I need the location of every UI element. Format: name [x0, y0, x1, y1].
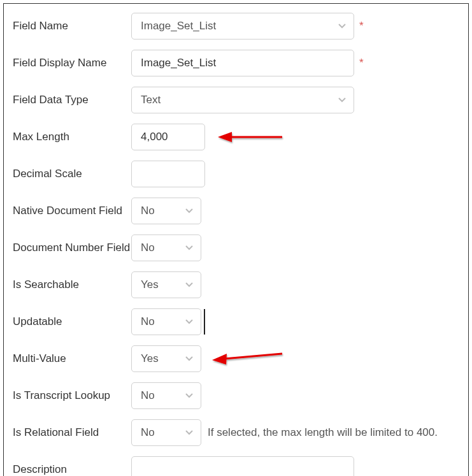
max-length-input[interactable]	[131, 124, 205, 150]
is-searchable-value: Yes	[141, 278, 159, 291]
label-is-searchable: Is Searchable	[13, 278, 131, 292]
description-input[interactable]	[131, 456, 354, 476]
chevron-down-icon	[338, 97, 346, 103]
row-native-doc-field: Native Document Field No	[13, 198, 459, 224]
row-field-data-type: Field Data Type Text	[13, 87, 459, 113]
label-native-doc-field: Native Document Field	[13, 204, 131, 217]
label-is-relational-field: Is Relational Field	[13, 426, 131, 440]
native-doc-field-value: No	[141, 205, 155, 217]
chevron-down-icon	[185, 282, 193, 287]
row-decimal-scale: Decimal Scale	[13, 161, 459, 187]
svg-marker-3	[212, 354, 227, 364]
field-data-type-value: Text	[141, 94, 161, 106]
decimal-scale-input[interactable]	[131, 161, 205, 187]
label-field-data-type: Field Data Type	[13, 93, 131, 107]
chevron-down-icon	[185, 208, 193, 213]
chevron-down-icon	[185, 430, 193, 435]
form-container: Field Name Image_Set_List * Field Displa…	[3, 3, 469, 476]
updatable-value: No	[141, 315, 155, 328]
required-marker: *	[359, 20, 364, 32]
row-is-searchable: Is Searchable Yes	[13, 271, 459, 298]
field-name-select[interactable]: Image_Set_List	[131, 13, 354, 40]
native-doc-field-select[interactable]: No	[131, 198, 201, 224]
label-multi-value: Multi-Value	[13, 352, 131, 366]
row-updatable: Updatable No	[13, 308, 459, 335]
label-field-display-name: Field Display Name	[13, 56, 131, 70]
arrow-annotation-icon	[209, 347, 285, 368]
row-multi-value: Multi-Value Yes	[13, 345, 459, 372]
is-relational-field-value: No	[141, 426, 155, 439]
label-max-length: Max Length	[13, 130, 131, 144]
is-searchable-select[interactable]: Yes	[131, 271, 201, 298]
field-name-value: Image_Set_List	[141, 20, 216, 32]
row-is-transcript-lookup: Is Transcript Lookup No	[13, 382, 459, 409]
chevron-down-icon	[185, 319, 193, 324]
label-field-name: Field Name	[13, 19, 131, 33]
arrow-annotation-icon	[215, 127, 285, 147]
label-doc-number-field: Document Number Field	[13, 241, 131, 254]
svg-marker-1	[218, 132, 232, 142]
field-display-name-input[interactable]	[131, 50, 354, 76]
multi-value-value: Yes	[141, 352, 159, 365]
svg-line-2	[224, 354, 282, 359]
field-data-type-select[interactable]: Text	[131, 87, 354, 113]
row-field-display-name: Field Display Name *	[13, 50, 459, 76]
row-is-relational-field: Is Relational Field No If selected, the …	[13, 419, 459, 446]
is-transcript-lookup-select[interactable]: No	[131, 382, 201, 409]
row-max-length: Max Length	[13, 124, 459, 150]
row-doc-number-field: Document Number Field No	[13, 234, 459, 261]
chevron-down-icon	[185, 356, 193, 361]
is-relational-field-select[interactable]: No	[131, 419, 201, 446]
label-description: Description	[13, 463, 131, 476]
multi-value-select[interactable]: Yes	[131, 345, 201, 372]
chevron-down-icon	[185, 393, 193, 398]
is-transcript-lookup-value: No	[141, 389, 155, 402]
doc-number-field-select[interactable]: No	[131, 234, 201, 261]
label-decimal-scale: Decimal Scale	[13, 167, 131, 181]
chevron-down-icon	[338, 24, 346, 29]
updatable-select[interactable]: No	[131, 308, 201, 335]
required-marker: *	[359, 57, 364, 69]
doc-number-field-value: No	[141, 242, 155, 254]
label-updatable: Updatable	[13, 315, 131, 329]
text-cursor	[204, 309, 205, 335]
row-description: Description	[13, 456, 459, 476]
label-is-transcript-lookup: Is Transcript Lookup	[13, 389, 131, 403]
relational-hint-text: If selected, the max length will be limi…	[208, 426, 438, 439]
chevron-down-icon	[185, 245, 193, 250]
row-field-name: Field Name Image_Set_List *	[13, 13, 459, 40]
